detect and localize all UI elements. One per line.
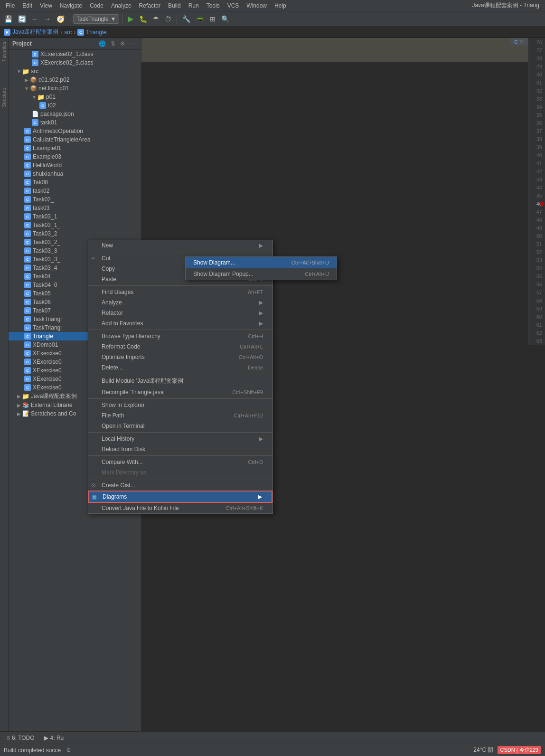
ctx-reformat[interactable]: Reformat Code Ctrl+Alt+L (88, 341, 272, 352)
sidebar-icon-settings[interactable]: ⚙ (119, 40, 127, 47)
tree-item-task01[interactable]: C task01 (9, 118, 141, 127)
menu-build[interactable]: Build (164, 1, 185, 10)
run-tab-label: 4: Ru (50, 735, 64, 741)
ctx-delete[interactable]: Delete... Delete (88, 362, 272, 373)
back-button[interactable]: ← (29, 14, 41, 24)
menu-window[interactable]: Window (243, 1, 271, 10)
menu-view[interactable]: View (36, 1, 56, 10)
ctx-new[interactable]: New ▶ (88, 240, 272, 251)
ctx-analyze[interactable]: Analyze ▶ (88, 297, 272, 308)
navigate-button[interactable]: 🧭 (54, 14, 67, 24)
ctx-findusages[interactable]: Find Usages Alt+F7 (88, 287, 272, 297)
tree-item-hellloworld[interactable]: C HellloWorld (9, 161, 141, 170)
ctx-convert-kotlin[interactable]: Convert Java File to Kotlin File Ctrl+Al… (88, 503, 272, 513)
tree-item-calulate[interactable]: C CalulateTriangleleArea (9, 135, 141, 144)
bottom-tab-todo[interactable]: ≡ 6: TODO (2, 733, 39, 743)
ctx-recompile[interactable]: Recompile 'Triangle.java' Ctrl+Shift+F9 (88, 387, 272, 397)
ctx-file-path[interactable]: File Path Ctrl+Alt+F12 (88, 410, 272, 421)
coverage-button[interactable]: ☂ (150, 14, 161, 24)
sidebar-icon-minimize[interactable]: — (129, 40, 137, 47)
ctx-diagrams[interactable]: ▦ Diagrams ▶ (88, 491, 272, 503)
ctx-browse-hierarchy[interactable]: Browse Type Hierarchy Ctrl+H (88, 331, 272, 341)
ctx-div-8 (88, 479, 272, 479)
tree-item-example03[interactable]: C Example03 (9, 152, 141, 161)
terminal-button[interactable]: 📟 (194, 14, 207, 24)
ctx-create-gist[interactable]: ⊙ Create Gist... (88, 480, 272, 491)
menu-vcs[interactable]: VCS (224, 1, 243, 10)
line-54: 54 (528, 264, 545, 272)
bottom-tab-run[interactable]: ▶ 4: Ru (39, 733, 69, 743)
toolbar-sep-1 (70, 14, 70, 24)
left-tab-structure[interactable]: Structure (0, 84, 8, 111)
submenu-show-popup[interactable]: Show Diagram Popup... Ctrl+Alt+U (186, 268, 337, 280)
toolbar-sep-3 (177, 14, 177, 24)
tree-item-packagejson[interactable]: 📄 package.json (9, 110, 141, 118)
menu-analyze[interactable]: Analyze (107, 1, 135, 10)
layout-button[interactable]: ⊞ (207, 14, 218, 24)
ctx-local-history[interactable]: Local History ▶ (88, 434, 272, 444)
menu-file[interactable]: File (2, 1, 19, 10)
tree-item-shuixianhua[interactable]: C shuixianhua (9, 170, 141, 178)
menu-navigate[interactable]: Navigate (56, 1, 86, 10)
left-tabs: Favorites Structure (0, 38, 9, 731)
sidebar-icon-sort[interactable]: ⇅ (109, 40, 117, 47)
search-button[interactable]: 🔍 (219, 14, 232, 24)
tree-item-example01[interactable]: C Example01 (9, 144, 141, 152)
tree-item-p01[interactable]: ▼ 📁 p01 (9, 93, 141, 101)
tree-item-xexercise02-3[interactable]: C XExercise02_3.class (9, 58, 141, 67)
submenu-show-diagram[interactable]: Show Diagram... Ctrl+Alt+Shift+U (186, 257, 337, 268)
ctx-favorites-arrow: ▶ (259, 320, 263, 327)
class-icon-task06: C (24, 298, 31, 306)
project-dropdown[interactable]: TaskTriangle ▼ (73, 14, 119, 24)
profile-button[interactable]: ⏱ (162, 14, 174, 24)
sidebar-title: Project (12, 40, 32, 47)
ctx-div-5 (88, 398, 272, 399)
tree-item-task03-1[interactable]: C Task03_1 (9, 212, 141, 221)
ctx-gist-label: Create Gist... (102, 482, 135, 489)
debug-button[interactable]: 🐛 (137, 14, 150, 24)
breadcrumb-project[interactable]: Java课程配套案例 (12, 28, 58, 36)
package-icon: 📦 (29, 76, 37, 84)
tree-item-task02u[interactable]: C Task02_ (9, 195, 141, 204)
tree-item-src[interactable]: ▼ 📁 src (9, 67, 141, 76)
tree-item-task03-1u[interactable]: C Task03_1_ (9, 221, 141, 229)
menu-code[interactable]: Code (86, 1, 107, 10)
left-tab-favorites[interactable]: Favorites (0, 38, 8, 65)
forward-button[interactable]: → (42, 14, 53, 24)
tree-item-task03-2[interactable]: C Task03_2 (9, 229, 141, 238)
ctx-build-module[interactable]: Build Module 'Java课程配套案例' (88, 375, 272, 387)
ctx-open-terminal[interactable]: Open in Terminal (88, 421, 272, 431)
breadcrumb-src[interactable]: src (64, 29, 72, 36)
class-icon-xex5: C (24, 384, 31, 391)
ctx-refactor-label: Refactor (102, 310, 123, 316)
ctx-markdir-label: Mark Directory as (102, 469, 146, 476)
ctx-refactor[interactable]: Refactor ▶ (88, 308, 272, 318)
line-46: 46 (528, 199, 545, 208)
breadcrumb-file[interactable]: Triangle (86, 29, 106, 36)
ctx-show-explorer[interactable]: Show in Explorer (88, 400, 272, 410)
ctx-reload[interactable]: Reload from Disk (88, 444, 272, 454)
tree-item-arithmetic[interactable]: C ArithmeticOperation (9, 127, 141, 135)
menu-run[interactable]: Run (185, 1, 203, 10)
run-button[interactable]: ▶ (125, 13, 136, 25)
file-tab[interactable]: C Tr (510, 38, 528, 46)
tree-item-xexercise02-1[interactable]: C XExercise02_1.class (9, 50, 141, 58)
tree-item-t02[interactable]: C t02 (9, 101, 141, 110)
todo-icon: ≡ (7, 735, 10, 741)
ctx-add-favorites[interactable]: Add to Favorites ▶ (88, 318, 272, 329)
tree-item-task03[interactable]: C task03 (9, 204, 141, 212)
tree-item-c01[interactable]: ▶ 📦 c01.s02.p02 (9, 76, 141, 84)
tree-item-netlixin[interactable]: ▼ 📦 net.lixin.p01 (9, 84, 141, 93)
menu-refactor[interactable]: Refactor (135, 1, 164, 10)
menu-tools[interactable]: Tools (203, 1, 224, 10)
tree-item-task02[interactable]: C task02 (9, 187, 141, 195)
sidebar-icon-globe[interactable]: 🌐 (97, 40, 107, 47)
tree-item-tak08[interactable]: C Tak08 (9, 178, 141, 187)
save-button[interactable]: 💾 (2, 14, 15, 24)
sync-button[interactable]: 🔄 (16, 14, 28, 24)
ctx-optimize[interactable]: Optimize Imports Ctrl+Alt+O (88, 352, 272, 362)
menu-help[interactable]: Help (271, 1, 290, 10)
ctx-compare[interactable]: Compare With... Ctrl+D (88, 457, 272, 467)
menu-edit[interactable]: Edit (19, 1, 36, 10)
settings-button[interactable]: 🔧 (180, 14, 193, 24)
